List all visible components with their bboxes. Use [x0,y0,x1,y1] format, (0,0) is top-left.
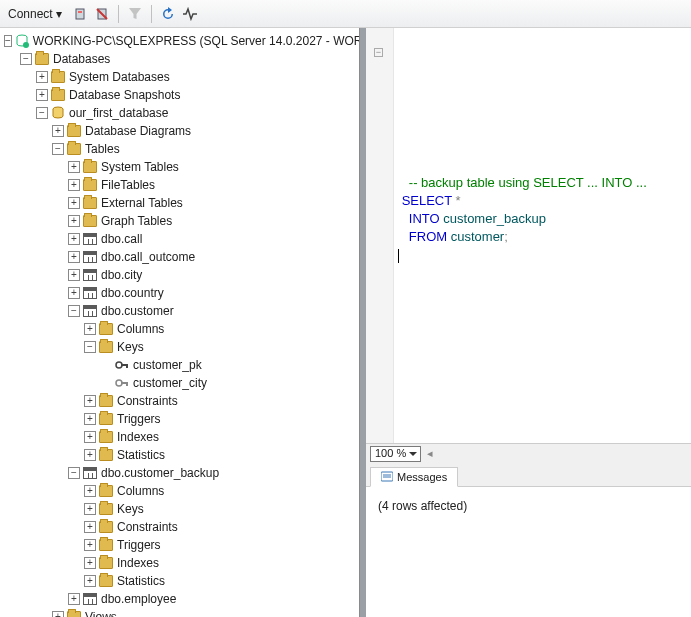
keys-node-2[interactable]: + Keys [2,500,357,518]
system-tables-node[interactable]: + System Tables [2,158,357,176]
customer-pk-node[interactable]: customer_pk [2,356,357,374]
folder-icon [51,71,65,83]
views-node[interactable]: + Views [2,608,357,617]
expand-toggle[interactable]: + [52,611,64,617]
expand-toggle[interactable]: + [84,539,96,551]
external-tables-node[interactable]: + External Tables [2,194,357,212]
expand-toggle[interactable]: + [84,323,96,335]
statistics-node-2[interactable]: + Statistics [2,572,357,590]
pk-key-icon [115,360,129,370]
editor-zoom-bar: 100 % ◂ [366,443,691,463]
fk-key-icon [115,378,129,388]
messages-tab[interactable]: Messages [370,467,458,487]
expand-toggle[interactable]: + [68,161,80,173]
expand-toggle[interactable]: + [68,179,80,191]
expand-toggle[interactable]: − [20,53,32,65]
dbo-call-node[interactable]: + dbo.call [2,230,357,248]
expand-toggle[interactable]: + [68,215,80,227]
messages-text: (4 rows affected) [378,499,467,513]
folder-icon [99,539,113,551]
sql-editor[interactable]: − -- backup table using SELECT ... INTO … [366,28,691,443]
expand-toggle[interactable]: + [36,89,48,101]
folder-icon [99,341,113,353]
dbo-customer-node[interactable]: − dbo.customer [2,302,357,320]
folder-icon [99,413,113,425]
expand-toggle[interactable]: + [84,431,96,443]
expand-toggle[interactable]: + [68,197,80,209]
expand-toggle[interactable]: + [68,251,80,263]
table-icon [83,593,97,605]
expand-toggle[interactable]: − [68,305,80,317]
toolbar-separator [118,5,119,23]
expand-toggle[interactable]: + [84,521,96,533]
expand-toggle[interactable]: − [4,35,12,47]
indexes-node-2[interactable]: + Indexes [2,554,357,572]
expand-toggle[interactable]: + [84,485,96,497]
system-databases-node[interactable]: + System Databases [2,68,357,86]
dbo-country-node[interactable]: + dbo.country [2,284,357,302]
expand-toggle[interactable]: + [84,395,96,407]
dbo-employee-node[interactable]: + dbo.employee [2,590,357,608]
expand-toggle[interactable]: − [68,467,80,479]
graph-tables-node[interactable]: + Graph Tables [2,212,357,230]
expand-toggle[interactable]: + [52,125,64,137]
constraints-node[interactable]: + Constraints [2,392,357,410]
scroll-left-icon[interactable]: ◂ [427,447,433,460]
messages-tab-icon [381,471,393,483]
filter-icon[interactable] [127,6,143,22]
databases-node[interactable]: − Databases [2,50,357,68]
database-snapshots-node[interactable]: + Database Snapshots [2,86,357,104]
customer-city-node[interactable]: customer_city [2,374,357,392]
svg-rect-9 [126,364,128,368]
our-first-database-node[interactable]: − our_first_database [2,104,357,122]
expand-toggle[interactable]: + [84,503,96,515]
object-explorer-panel: − WORKING-PC\SQLEXPRESS (SQL Server 14.0… [0,28,360,617]
dbo-call-outcome-node[interactable]: + dbo.call_outcome [2,248,357,266]
database-diagrams-node[interactable]: + Database Diagrams [2,122,357,140]
expand-toggle[interactable]: + [84,575,96,587]
activity-icon[interactable] [182,6,198,22]
connect-server-icon[interactable] [72,6,88,22]
expand-toggle[interactable]: + [84,413,96,425]
expand-toggle[interactable]: + [68,269,80,281]
expand-toggle[interactable]: + [68,593,80,605]
dbo-customer-backup-node[interactable]: − dbo.customer_backup [2,464,357,482]
zoom-select[interactable]: 100 % [370,446,421,462]
statistics-node[interactable]: + Statistics [2,446,357,464]
constraints-node-2[interactable]: + Constraints [2,518,357,536]
connect-label: Connect [8,7,53,21]
query-panel: − -- backup table using SELECT ... INTO … [366,28,691,617]
expand-toggle[interactable]: + [84,557,96,569]
keys-node[interactable]: − Keys [2,338,357,356]
triggers-node-2[interactable]: + Triggers [2,536,357,554]
tables-node[interactable]: − Tables [2,140,357,158]
filetables-node[interactable]: + FileTables [2,176,357,194]
expand-toggle[interactable]: − [36,107,48,119]
svg-rect-12 [126,382,128,386]
code-fold-icon[interactable]: − [374,48,383,57]
folder-icon [99,557,113,569]
expand-toggle[interactable]: + [36,71,48,83]
connect-button[interactable]: Connect ▾ [4,5,66,23]
text-cursor [398,249,399,263]
refresh-icon[interactable] [160,6,176,22]
server-label: WORKING-PC\SQLEXPRESS (SQL Server 14.0.2… [33,34,359,48]
table-icon [83,467,97,479]
expand-toggle[interactable]: + [68,287,80,299]
object-explorer-tree[interactable]: − WORKING-PC\SQLEXPRESS (SQL Server 14.0… [0,28,359,617]
columns-node[interactable]: + Columns [2,320,357,338]
expand-toggle[interactable]: − [84,341,96,353]
messages-output[interactable]: (4 rows affected) [366,487,691,617]
folder-icon [99,395,113,407]
expand-toggle[interactable]: − [52,143,64,155]
folder-icon [99,575,113,587]
triggers-node[interactable]: + Triggers [2,410,357,428]
disconnect-server-icon[interactable] [94,6,110,22]
folder-icon [83,161,97,173]
expand-toggle[interactable]: + [84,449,96,461]
dbo-city-node[interactable]: + dbo.city [2,266,357,284]
server-node[interactable]: − WORKING-PC\SQLEXPRESS (SQL Server 14.0… [2,32,357,50]
columns-node-2[interactable]: + Columns [2,482,357,500]
expand-toggle[interactable]: + [68,233,80,245]
indexes-node[interactable]: + Indexes [2,428,357,446]
